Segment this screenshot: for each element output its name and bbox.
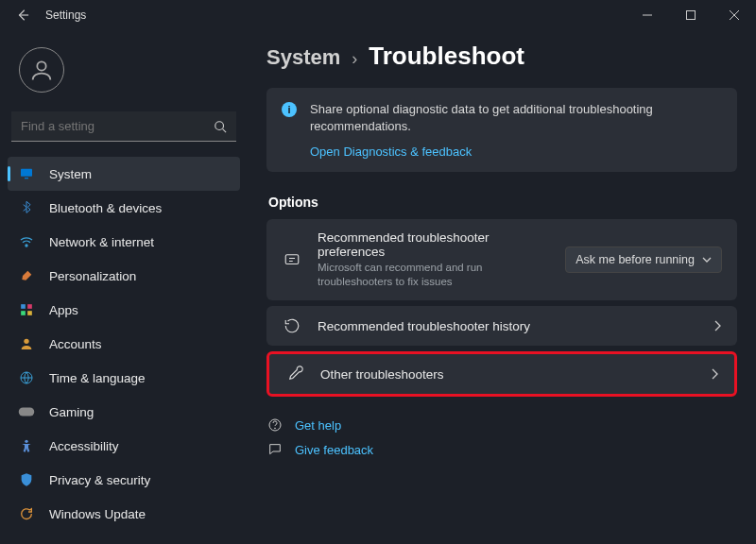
card-subtitle: Microsoft can recommend and run troubles… xyxy=(318,261,550,289)
preference-dropdown[interactable]: Ask me before running xyxy=(565,246,722,273)
card-title: Recommended troubleshooter history xyxy=(318,319,697,333)
monitor-icon xyxy=(17,164,36,183)
sidebar-item-label: Network & internet xyxy=(49,235,154,249)
svg-line-6 xyxy=(223,128,227,132)
svg-point-5 xyxy=(215,121,224,129)
info-bar: i Share optional diagnostic data to get … xyxy=(266,88,737,172)
access-icon xyxy=(17,436,36,455)
sidebar-item-windows-update[interactable]: Windows Update xyxy=(8,497,240,531)
wifi-icon xyxy=(17,232,36,251)
brush-icon xyxy=(17,266,36,285)
help-icon xyxy=(266,417,284,433)
titlebar: Settings xyxy=(0,0,756,30)
dropdown-value: Ask me before running xyxy=(576,253,695,266)
window-title: Settings xyxy=(45,8,86,22)
update-icon xyxy=(17,504,36,523)
card-icon xyxy=(282,251,302,268)
info-message: Share optional diagnostic data to get ad… xyxy=(310,101,722,135)
svg-rect-18 xyxy=(285,255,299,264)
sidebar-item-time-language[interactable]: Time & language xyxy=(8,361,240,395)
svg-point-17 xyxy=(25,440,27,443)
svg-rect-8 xyxy=(25,178,28,178)
card-recommended-troubleshooter-history[interactable]: Recommended troubleshooter history xyxy=(266,306,737,346)
back-button[interactable] xyxy=(9,2,36,28)
svg-rect-12 xyxy=(21,311,26,315)
sidebar-item-label: Gaming xyxy=(49,405,94,419)
user-profile[interactable] xyxy=(8,38,240,110)
breadcrumb: System › Troubleshoot xyxy=(266,42,737,71)
sidebar-item-label: Privacy & security xyxy=(49,473,150,487)
breadcrumb-parent[interactable]: System xyxy=(266,45,340,70)
sidebar-item-bluetooth-devices[interactable]: Bluetooth & devices xyxy=(8,191,240,225)
svg-rect-10 xyxy=(21,304,26,309)
svg-rect-7 xyxy=(21,169,32,177)
sidebar-item-accounts[interactable]: Accounts xyxy=(8,327,240,361)
get-help-link[interactable]: Get help xyxy=(266,417,737,433)
sidebar-item-label: Personalization xyxy=(49,269,136,283)
apps-icon xyxy=(17,300,36,319)
game-icon xyxy=(17,402,36,421)
give-feedback-link[interactable]: Give feedback xyxy=(266,442,737,457)
sidebar-item-label: Time & language xyxy=(49,371,146,385)
sidebar: SystemBluetooth & devicesNetwork & inter… xyxy=(0,30,248,544)
close-button[interactable] xyxy=(713,0,756,30)
feedback-icon xyxy=(266,442,284,457)
sidebar-item-label: Accessibility xyxy=(49,439,119,453)
breadcrumb-separator: › xyxy=(352,49,357,69)
diagnostics-link[interactable]: Open Diagnostics & feedback xyxy=(310,144,722,159)
search-icon xyxy=(214,120,227,133)
options-section-title: Options xyxy=(268,195,737,210)
sidebar-item-label: Windows Update xyxy=(49,507,146,521)
window-buttons xyxy=(626,0,756,30)
chevron-right-icon xyxy=(710,368,719,380)
options-cards: Recommended troubleshooter preferencesMi… xyxy=(266,219,737,397)
page-title: Troubleshoot xyxy=(369,42,524,71)
shield-icon xyxy=(17,470,36,489)
give-feedback-label: Give feedback xyxy=(295,443,373,457)
svg-rect-16 xyxy=(19,408,35,416)
get-help-label: Get help xyxy=(295,418,341,433)
card-title: Other troubleshooters xyxy=(320,367,695,382)
svg-rect-13 xyxy=(27,311,32,315)
sidebar-item-gaming[interactable]: Gaming xyxy=(8,395,240,429)
search-input[interactable] xyxy=(21,119,214,133)
card-other-troubleshooters[interactable]: Other troubleshooters xyxy=(266,351,737,397)
sidebar-item-personalization[interactable]: Personalization xyxy=(8,259,240,293)
card-icon xyxy=(284,366,305,382)
svg-rect-11 xyxy=(27,304,32,309)
footer-links: Get help Give feedback xyxy=(266,417,737,457)
bluetooth-icon xyxy=(17,198,36,217)
info-icon: i xyxy=(282,102,297,117)
sidebar-item-network-internet[interactable]: Network & internet xyxy=(8,225,240,259)
nav-list: SystemBluetooth & devicesNetwork & inter… xyxy=(8,157,240,531)
svg-point-4 xyxy=(37,61,45,70)
chevron-right-icon xyxy=(713,320,722,332)
sidebar-item-apps[interactable]: Apps xyxy=(8,293,240,327)
search-box[interactable] xyxy=(11,111,236,142)
sidebar-item-system[interactable]: System xyxy=(8,157,240,191)
svg-point-14 xyxy=(24,339,28,344)
minimize-button[interactable] xyxy=(626,0,669,30)
sidebar-item-label: Apps xyxy=(49,303,78,317)
person-icon xyxy=(17,334,36,353)
card-icon xyxy=(282,317,302,334)
card-recommended-troubleshooter-preferences[interactable]: Recommended troubleshooter preferencesMi… xyxy=(266,219,737,300)
card-title: Recommended troubleshooter preferences xyxy=(318,230,550,259)
sidebar-item-accessibility[interactable]: Accessibility xyxy=(8,429,240,463)
svg-rect-1 xyxy=(687,11,696,20)
avatar xyxy=(19,47,64,93)
main-content: System › Troubleshoot i Share optional d… xyxy=(248,30,756,544)
globe-icon xyxy=(17,368,36,387)
svg-point-9 xyxy=(26,245,27,246)
maximize-button[interactable] xyxy=(669,0,713,30)
sidebar-item-privacy-security[interactable]: Privacy & security xyxy=(8,463,240,497)
sidebar-item-label: Accounts xyxy=(49,337,102,351)
sidebar-item-label: Bluetooth & devices xyxy=(49,201,162,215)
sidebar-item-label: System xyxy=(49,167,92,181)
svg-point-20 xyxy=(275,428,276,429)
